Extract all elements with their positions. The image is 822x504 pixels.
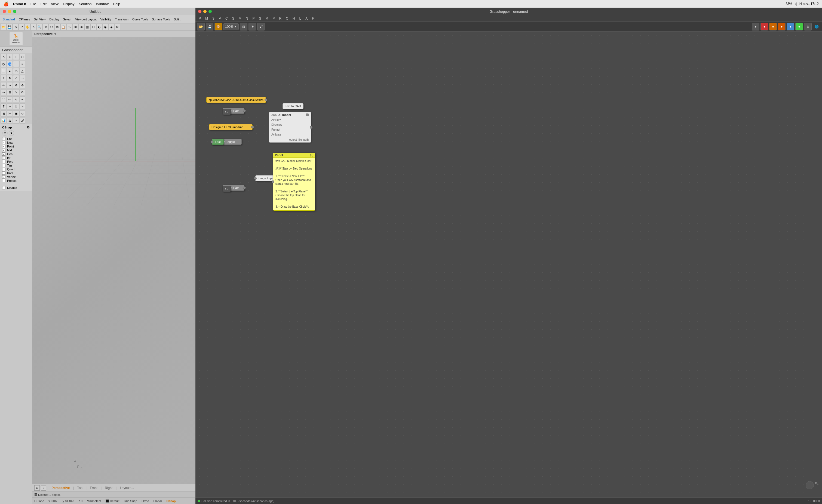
tool-extrude[interactable]: ⇧ [1,75,7,81]
gh-menu-c2[interactable]: C [284,16,291,21]
toolbar-transform[interactable]: Transform [113,17,130,21]
tab-perspective[interactable]: Perspective [49,486,72,490]
apple-menu[interactable]: 🍎 [3,1,9,7]
toolbar-cplanes[interactable]: CPlanes [17,17,32,21]
gh-orange-sphere[interactable]: ● [769,23,777,30]
prompt-right-connector[interactable] [251,126,254,128]
tool-loft[interactable]: ⤢ [13,75,19,81]
tool-mass[interactable]: ⚖ [7,117,13,123]
gh-menu-f[interactable]: F [310,16,316,21]
icon-render[interactable]: ◉ [102,24,108,30]
tab-right[interactable]: Right [103,486,114,490]
menubar-view[interactable]: View [51,2,58,6]
window-controls[interactable] [3,10,16,13]
tool-join[interactable]: ⊕ [13,82,19,88]
icon-rotate[interactable]: ↻ [42,24,48,30]
icon-open[interactable]: 📂 [1,24,7,30]
icon-viewport[interactable]: ⊞ [72,24,78,30]
toolbar-select[interactable]: Select [61,17,73,21]
gh-menu-c[interactable]: C [223,16,230,21]
osnap-vertex[interactable]: Vertex [2,175,30,179]
gh-brush-btn[interactable]: 🖌 [257,23,265,30]
toolbar-set-view[interactable]: Set View [32,17,47,21]
gh-menu-m3[interactable]: M [263,16,270,21]
osnap-mid[interactable]: Mid [2,148,30,152]
tool-paint[interactable]: 🖌 [19,117,25,123]
tool-fillet[interactable]: ⌒ [1,96,7,102]
panel-node[interactable]: Panel (0) ### CAD Model: Simple Gear ###… [273,153,315,210]
planar-label[interactable]: Planar [153,499,162,503]
gh-color-btn[interactable]: 🎨 [215,23,222,30]
tool-sphere[interactable]: ● [7,68,13,74]
icon-print[interactable]: 🖨 [13,24,18,30]
tool-circle[interactable]: ○ [7,54,13,60]
menubar-app[interactable]: Rhino 8 [13,2,26,6]
tool-cursor[interactable]: ↖ [1,54,7,60]
gh-sphere-btn[interactable]: ● [752,23,759,30]
tool-spiral[interactable]: 🌀 [7,61,13,67]
toolbar-display[interactable]: Display [48,17,61,21]
tool-blend[interactable]: ∿ [13,96,19,102]
tool-grid-snap[interactable]: ⊞ [1,110,7,116]
viewport-menu-icon[interactable]: ▼ [54,32,57,36]
toolbar-surface-tools[interactable]: Surface Tools [150,17,171,21]
menubar-display[interactable]: Display [63,2,75,6]
text-to-cad-node[interactable]: Text to CAD [283,103,304,109]
ai-model-output-connector[interactable] [306,113,309,116]
gh-menu-a[interactable]: A [303,16,310,21]
toolbar-curve-tools[interactable]: Curve Tools [131,17,150,21]
ai-block-right-connector[interactable] [310,126,313,129]
ai-model-block[interactable]: ZOO AI model API key Directory Prompt Ac… [269,112,311,143]
gh-menu-p3[interactable]: P [270,16,277,21]
gh-menu-s[interactable]: S [210,16,217,21]
tool-hatch[interactable]: ░ [13,103,19,109]
toolbar-standard[interactable]: Standard [1,17,17,21]
layout-icon[interactable]: ⊞ [34,485,40,491]
osnap-int[interactable]: Int [2,156,30,160]
osnap-perp[interactable]: Perp [2,160,30,163]
tool-check[interactable]: ✓ [13,117,19,123]
gh-menu-n[interactable]: N [244,16,251,21]
osnap-mode-btn[interactable]: ⊕ [2,130,8,136]
gh-green-sphere[interactable]: ● [795,23,803,30]
panel-left-connector[interactable] [272,180,274,183]
tool-rotate3d[interactable]: ⟳ [19,89,25,95]
osnap-settings-icon[interactable]: ⚙ [27,125,30,129]
tool-leader[interactable]: ⤷ [19,103,25,109]
tool-freeform[interactable]: ≈ [19,61,25,67]
icon-material[interactable]: ◈ [108,24,114,30]
navigation-sphere[interactable] [806,481,814,489]
icon-copy[interactable]: ⧉ [54,24,60,30]
tool-cylinder[interactable]: ⬭ [13,68,19,74]
icon-snap[interactable]: ⊕ [78,24,84,30]
gh-menu-s3[interactable]: S [257,16,263,21]
tool-box[interactable]: ⬜ [1,68,7,74]
api-key-right-connector[interactable] [265,98,267,101]
ortho-label[interactable]: Ortho [141,499,149,503]
gh-menu-m[interactable]: M [203,16,210,21]
icon-shade[interactable]: ◐ [96,24,102,30]
tool-trim[interactable]: ✁ [1,82,7,88]
tool-planar[interactable]: ▣ [13,110,19,116]
toolbar-solid[interactable]: Soli... [172,17,183,21]
boolean-right-connector[interactable] [211,140,214,143]
toolbar-visibility[interactable]: Visibility [99,17,113,21]
gh-menu-p2[interactable]: P [250,16,257,21]
gh-menu-h[interactable]: H [291,16,297,21]
grid-snap-label[interactable]: Grid Snap [123,499,137,503]
close-button[interactable] [3,10,6,13]
icon-save[interactable]: 💾 [7,24,13,30]
single-view-icon[interactable]: □ [41,485,46,491]
gh-more-btn[interactable]: ⊕ [804,23,812,30]
icon-move[interactable]: ⤡ [66,24,72,30]
osnap-cen[interactable]: Cen [2,152,30,156]
gh-zoom-display[interactable]: 100% ▼ [223,23,239,30]
osnap-label[interactable]: Osnap [166,499,175,503]
icon-paste[interactable]: 📋 [60,24,66,30]
tool-end-snap[interactable]: ◇ [19,110,25,116]
minimize-button[interactable] [8,10,11,13]
gh-menu-s2[interactable]: S [230,16,237,21]
icon-wire[interactable]: ⬡ [90,24,96,30]
osnap-disable[interactable]: Disable [2,186,30,190]
tool-split[interactable]: ⊸ [7,82,13,88]
